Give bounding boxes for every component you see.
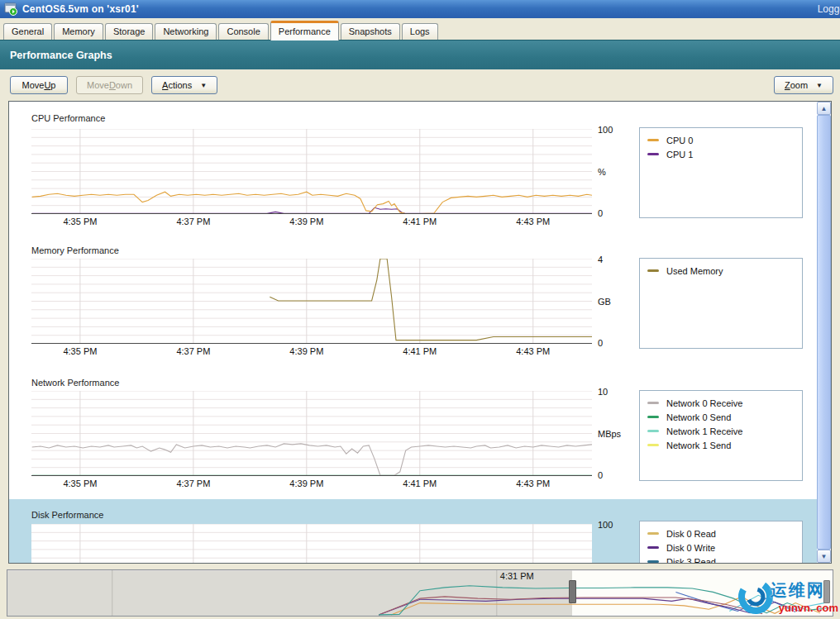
disk-chart-title: Disk Performance [31,510,103,520]
range-handle[interactable] [569,580,576,603]
legend-swatch [647,139,659,141]
memory-chart-plot[interactable] [31,259,592,344]
disk-chart-y-axis: 100 [595,524,635,564]
tab-snapshots[interactable]: Snapshots [341,23,400,40]
memory-chart-y-axis: 4 GB 0 [595,259,635,344]
toolbar: Move Up Move Down Actions ▼ Zoom ▼ [0,69,840,101]
zoom-button[interactable]: Zoom ▼ [774,76,833,94]
y-unit-label: MBps [598,429,621,439]
x-tick-label: 4:43 PM [516,479,550,488]
legend-label: Disk 0 Write [666,543,715,553]
legend-swatch [647,546,659,549]
legend-label: CPU 0 [666,136,693,145]
watermark: 运维网 yunvn. com [734,575,838,618]
tab-general[interactable]: General [3,23,52,40]
scrollbar-up-button[interactable]: ▲ [817,102,831,115]
chevron-down-icon: ▼ [200,82,207,89]
zoom-button-label: Zoom [785,80,808,90]
legend-item: Disk 0 Write [647,540,802,555]
time-range-overview[interactable]: 4:31 PM [7,569,833,617]
legend-item: Network 1 Send [647,438,802,452]
tab-memory[interactable]: Memory [54,23,103,40]
x-tick-label: 4:39 PM [289,217,323,226]
y-zero-label: 0 [598,470,603,480]
actions-button[interactable]: Actions ▼ [151,76,217,94]
legend-label: Network 1 Receive [666,426,742,436]
network-chart-title: Network Performance [31,378,119,388]
titlebar-logged-in-text: Logge [818,3,840,15]
cpu-chart-legend: CPU 0CPU 1 [639,127,803,218]
tab-networking[interactable]: Networking [155,23,217,40]
network-chart-y-axis: 10 MBps 0 [595,391,635,476]
legend-item: Network 0 Send [647,410,802,424]
legend-item: CPU 1 [647,147,802,161]
section-header: Performance Graphs [0,40,840,69]
tab-strip: General Memory Storage Networking Consol… [0,18,840,40]
move-up-button[interactable]: Move Up [10,76,68,94]
legend-label: CPU 1 [666,150,693,160]
disk-chart-plot[interactable] [31,524,592,564]
cpu-chart-plot[interactable] [31,129,592,214]
legend-swatch [647,416,659,418]
network-chart-legend: Network 0 ReceiveNetwork 0 SendNetwork 1… [639,390,803,481]
network-chart-plot[interactable] [31,391,592,476]
legend-label: Network 1 Send [666,440,731,450]
memory-chart-title: Memory Performance [31,245,119,255]
chevron-down-icon: ▼ [816,82,823,89]
x-tick-label: 4:41 PM [403,479,437,488]
watermark-site-url: yunvn. com [779,602,838,614]
x-tick-label: 4:39 PM [289,346,323,356]
tab-console[interactable]: Console [218,23,268,40]
tab-performance[interactable]: Performance [270,21,339,40]
y-max-label: 100 [598,125,613,135]
move-down-button[interactable]: Move Down [76,76,143,94]
x-tick-label: 4:41 PM [403,217,437,226]
legend-label: Disk 3 Read [666,557,716,564]
chart-canvas [31,259,592,344]
legend-swatch [647,430,659,432]
x-tick-label: 4:43 PM [516,217,550,226]
x-tick-label: 4:35 PM [63,217,97,226]
legend-swatch [647,402,659,404]
tab-logs[interactable]: Logs [402,23,438,40]
legend-label: Used Memory [666,266,723,276]
cpu-chart-x-axis: 4:35 PM4:37 PM4:39 PM4:41 PM4:43 PM [31,217,592,227]
x-tick-label: 4:35 PM [63,479,97,488]
legend-item: Network 1 Receive [647,424,802,438]
y-max-label: 4 [598,255,603,264]
legend-item: Disk 0 Read [647,526,802,540]
network-chart-x-axis: 4:35 PM4:37 PM4:39 PM4:41 PM4:43 PM [31,479,592,489]
x-tick-label: 4:37 PM [176,217,210,226]
scrollbar-thumb[interactable] [817,115,831,550]
x-tick-label: 4:31 PM [500,571,534,581]
x-tick-label: 4:37 PM [176,479,210,488]
page-title: Performance Graphs [10,50,112,61]
legend-swatch [647,444,659,446]
legend-label: Network 0 Receive [666,398,742,408]
cpu-chart-y-axis: 100 % 0 [595,129,635,214]
vm-icon [4,2,17,16]
y-unit-label: % [598,167,606,177]
panel-scrollbar[interactable]: ▲ ▼ [817,102,831,563]
y-zero-label: 0 [598,208,603,218]
chart-canvas [31,391,592,476]
x-tick-label: 4:41 PM [403,346,437,356]
x-tick-label: 4:43 PM [516,346,550,356]
chart-canvas [31,524,592,564]
scrollbar-down-button[interactable]: ▼ [817,550,831,563]
x-tick-label: 4:35 PM [63,346,97,356]
chart-canvas [31,129,592,214]
legend-swatch [647,269,659,272]
legend-swatch [647,560,659,563]
watermark-site-name: 运维网 [771,579,825,602]
legend-item: CPU 0 [647,133,802,147]
legend-label: Network 0 Send [666,412,731,422]
x-tick-label: 4:37 PM [176,346,210,356]
tab-storage[interactable]: Storage [105,23,154,40]
legend-label: Disk 0 Read [666,529,716,539]
memory-chart-x-axis: 4:35 PM4:37 PM4:39 PM4:41 PM4:43 PM [31,346,592,357]
disk-chart-legend: Disk 0 ReadDisk 0 WriteDisk 3 Read [639,521,803,564]
performance-graphs-panel: CPU Performance 4:35 PM4:37 PM4:39 PM4:4… [8,101,832,564]
y-unit-label: GB [598,297,611,307]
legend-item: Used Memory [647,264,802,278]
